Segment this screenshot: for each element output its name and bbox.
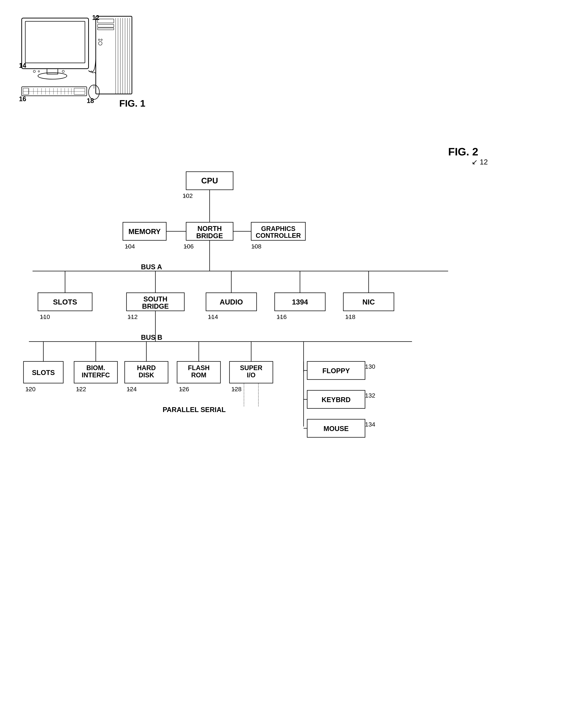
svg-text:ROM: ROM	[191, 372, 206, 379]
svg-text:CONTROLLER: CONTROLLER	[256, 232, 301, 239]
svg-text:HARD: HARD	[137, 364, 156, 372]
svg-rect-9	[97, 24, 114, 27]
svg-text:118: 118	[345, 313, 355, 320]
svg-text:NIC: NIC	[362, 298, 375, 306]
svg-text:110: 110	[40, 313, 50, 320]
svg-text:CPU: CPU	[201, 176, 218, 185]
svg-text:BRIDGE: BRIDGE	[196, 232, 223, 240]
svg-text:14: 14	[19, 62, 26, 69]
svg-text:SOUTH: SOUTH	[143, 295, 168, 303]
svg-text:↙ 12: ↙ 12	[472, 158, 488, 166]
svg-text:PARALLEL  SERIAL: PARALLEL SERIAL	[163, 406, 226, 414]
svg-rect-8	[97, 19, 114, 23]
svg-text:FLOPPY: FLOPPY	[322, 367, 350, 375]
svg-text:AUDIO: AUDIO	[220, 298, 243, 306]
svg-text:DISK: DISK	[138, 372, 154, 379]
svg-point-5	[38, 71, 40, 72]
svg-point-3	[38, 73, 67, 79]
svg-text:104: 104	[125, 243, 135, 250]
svg-text:12: 12	[92, 14, 99, 21]
svg-text:106: 106	[184, 243, 194, 250]
svg-text:18: 18	[87, 97, 94, 104]
svg-text:MOUSE: MOUSE	[323, 425, 349, 433]
svg-rect-1	[25, 21, 85, 63]
svg-text:116: 116	[276, 313, 287, 320]
svg-rect-10	[97, 28, 114, 30]
fig2-area: FIG. 2 ↙ 12 CPU 102 MEMORY 104 NORTH BRI…	[14, 145, 557, 669]
svg-text:BUS A: BUS A	[141, 263, 162, 271]
fig1-area: 14 16 18 12 FIG. 1	[18, 14, 144, 108]
svg-text:102: 102	[183, 192, 193, 199]
svg-text:KEYBRD: KEYBRD	[322, 396, 350, 404]
svg-text:BRIDGE: BRIDGE	[142, 302, 169, 310]
svg-text:SLOTS: SLOTS	[32, 369, 55, 377]
svg-text:132: 132	[365, 392, 375, 399]
svg-text:128: 128	[231, 386, 242, 393]
svg-text:108: 108	[251, 243, 262, 250]
svg-point-6	[62, 70, 64, 72]
svg-point-18	[98, 42, 102, 45]
svg-text:114: 114	[208, 313, 218, 320]
svg-text:FLASH: FLASH	[188, 364, 210, 372]
svg-point-19	[98, 39, 100, 40]
svg-point-4	[33, 70, 35, 72]
svg-text:MEMORY: MEMORY	[128, 228, 161, 235]
svg-text:134: 134	[365, 421, 375, 428]
svg-text:BIOM.: BIOM.	[86, 364, 105, 372]
svg-text:112: 112	[127, 313, 138, 320]
svg-point-20	[101, 39, 102, 40]
svg-text:120: 120	[25, 386, 36, 393]
svg-text:16: 16	[19, 95, 26, 103]
svg-text:SUPER: SUPER	[240, 364, 262, 372]
svg-rect-2	[47, 69, 58, 74]
svg-text:I/O: I/O	[247, 372, 256, 379]
svg-text:130: 130	[365, 363, 375, 370]
svg-text:GRAPHICS: GRAPHICS	[261, 225, 295, 232]
svg-text:NORTH: NORTH	[197, 225, 222, 232]
svg-text:122: 122	[76, 386, 86, 393]
svg-text:126: 126	[179, 386, 189, 393]
svg-text:BUS B: BUS B	[141, 333, 162, 341]
svg-rect-0	[22, 18, 88, 69]
svg-text:FIG. 1: FIG. 1	[119, 98, 145, 108]
svg-text:SLOTS: SLOTS	[53, 298, 77, 306]
svg-text:124: 124	[126, 386, 137, 393]
svg-text:INTERFC: INTERFC	[82, 372, 110, 379]
svg-text:1394: 1394	[292, 298, 308, 306]
fig2-label: FIG. 2	[448, 146, 478, 158]
